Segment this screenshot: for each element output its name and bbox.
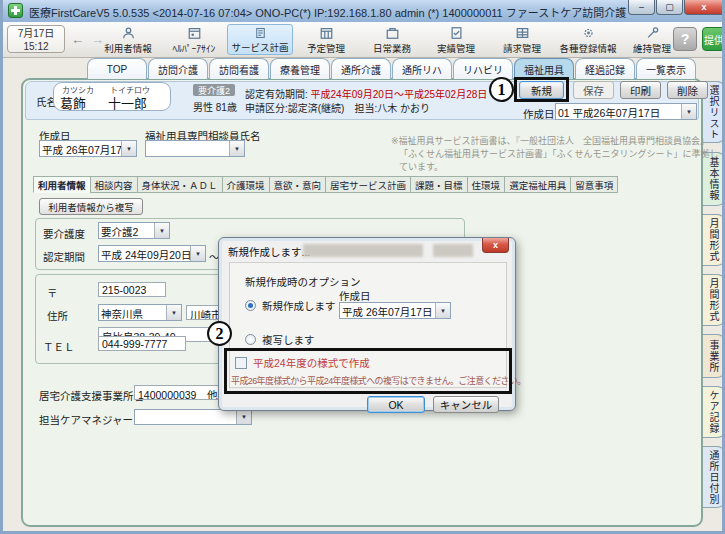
daily-work-icon <box>385 26 400 40</box>
cert-period-label: 認定有効期間: <box>245 89 308 100</box>
app-icon <box>8 3 23 18</box>
side-tab-care-kiroku[interactable]: ケア記録 <box>701 386 725 438</box>
toolbar-item-service-plan[interactable]: サービス計画 <box>227 24 293 55</box>
subtab-kadai-mokuhyo[interactable]: 課題・目標 <box>410 176 468 193</box>
prefecture-select[interactable]: 神奈川県 <box>98 304 182 321</box>
cancel-button[interactable]: キャンセル <box>433 396 499 413</box>
care-manager-select[interactable] <box>134 409 252 425</box>
subtab-sentei-yogu[interactable]: 選定福祉用具 <box>504 176 571 193</box>
ok-button[interactable]: OK <box>367 396 425 413</box>
subtab-sodan-naiyo[interactable]: 相談内容 <box>90 176 138 193</box>
subtab-shintai-adl[interactable]: 身体状況・ＡＤＬ <box>137 176 223 193</box>
annotation-rect-new-button <box>514 77 569 102</box>
copy-from-user-info-button[interactable]: 利用者情報から複写 <box>39 198 143 215</box>
plan-date-select[interactable]: 01 平成26年07月17日 <box>555 103 697 120</box>
new-creation-dialog: 新規作成します... x 新規作成時のオプション 新規作成します 作成日 平成 … <box>218 237 516 411</box>
patient-name-box[interactable]: カツシカ トイチロウ 葛飾 十一郎 <box>53 82 171 111</box>
radio-create-new[interactable]: 新規作成します <box>245 298 336 313</box>
datetime-box: 7月17日 15:12 <box>7 25 65 53</box>
annotation-circle-2: 2 <box>207 321 232 346</box>
plan-date-label: 作成日 <box>523 106 555 121</box>
tel-label: ＴＥＬ <box>43 339 75 354</box>
schedule-icon <box>319 26 334 40</box>
consultant-select[interactable] <box>145 140 245 157</box>
tel-input[interactable]: 044-999-7777 <box>98 336 186 351</box>
patient-last-name: 葛飾 <box>60 93 86 112</box>
subtab-iyoku-iko[interactable]: 意欲・意向 <box>269 176 327 193</box>
title-bar: 医療FirstCareV5 5.0.535 <2014-07-16 07:04>… <box>3 0 725 23</box>
save-button[interactable]: 保存 <box>573 81 614 99</box>
patient-gender-age: 男性 81歳 <box>193 99 237 114</box>
application-staff-line: 申請区分:認定済(継続) 担当:八木 かおり <box>245 100 430 115</box>
chevron-down-icon <box>154 223 169 238</box>
create-date-select[interactable]: 平成 26年07月17日 <box>39 140 137 157</box>
side-tab-gekkan-keishiki-1[interactable]: 月間形式 <box>701 214 725 266</box>
toolbar-item-billing[interactable]: 請求管理 <box>489 24 555 55</box>
delete-button[interactable]: 削除 <box>667 81 708 99</box>
compliance-note: ※福祉用具サービス計画書は、『一般社団法人 全国福祉用具専門相談員協会』 「ふく… <box>391 135 722 174</box>
cert-period-form-label: 認定期間 <box>43 249 85 264</box>
tab-tsusho-kaigo[interactable]: 通所介護 <box>331 58 391 79</box>
tab-fukushi-yogu[interactable]: 福祉用具 <box>514 58 574 79</box>
radio-unselected-icon <box>245 334 256 345</box>
main-toolbar: 7月17日 15:12 ← → 利用者情報 ﾍﾙﾊﾟｰｱｻｲﾝ サービス計画 予… <box>3 22 725 58</box>
toolbar-item-results[interactable]: 実績管理 <box>423 24 489 55</box>
chevron-down-icon <box>166 305 181 320</box>
service-plan-icon <box>253 27 268 39</box>
tab-keika-kiroku[interactable]: 経過記録 <box>575 58 635 79</box>
dialog-title-bar: 新規作成します... <box>223 242 513 260</box>
maximize-button[interactable]: ▢ <box>656 0 683 15</box>
tab-tsusho-riha[interactable]: 通所リハ <box>392 58 452 79</box>
print-button[interactable]: 印刷 <box>620 81 661 99</box>
provide-button[interactable]: 提供 <box>702 27 725 51</box>
tab-houmon-kaigo[interactable]: 訪問介護 <box>148 58 208 79</box>
subtab-riyosha-joho[interactable]: 利用者情報 <box>33 176 91 193</box>
zip-input[interactable]: 215-0023 <box>98 282 166 297</box>
toolbar-item-schedule[interactable]: 予定管理 <box>293 24 359 55</box>
chevron-down-icon <box>435 303 450 318</box>
help-button[interactable]: ? <box>673 27 697 51</box>
chevron-down-icon <box>236 410 251 424</box>
tab-ichiran[interactable]: 一覧表示 <box>636 58 696 79</box>
dialog-close-icon[interactable]: x <box>482 238 509 253</box>
side-tab-jigyosho[interactable]: 事業所 <box>701 334 725 378</box>
chevron-down-icon <box>681 104 696 119</box>
chevron-down-icon <box>229 141 244 156</box>
toolbar-item-daily-work[interactable]: 日常業務 <box>359 24 425 55</box>
cert-from-select[interactable]: 平成 24年09月20日 <box>98 245 206 262</box>
annotation-circle-1: 1 <box>489 77 514 102</box>
minimize-button[interactable]: – <box>628 0 655 15</box>
toolbar-item-user-info[interactable]: 利用者情報 <box>95 24 161 55</box>
back-arrow-icon[interactable]: ← <box>71 32 84 47</box>
registration-gear-icon <box>581 26 596 40</box>
side-tab-tsusho-hizuke[interactable]: 通所日付別 <box>701 446 725 508</box>
subtab-ryui-jiko[interactable]: 留意事項 <box>570 176 618 193</box>
tab-top[interactable]: TOP <box>87 58 147 79</box>
subtab-bar: 利用者情報 相談内容 身体状況・ＡＤＬ 介護環境 意欲・意向 居宅サービス計画 … <box>33 176 617 193</box>
cert-period-line: 認定有効期間: 平成24年09月20日～平成25年02月28日 <box>245 86 487 101</box>
close-button[interactable]: x <box>684 0 724 15</box>
dialog-date-label: 作成日 <box>339 288 371 303</box>
current-date: 7月17日 <box>8 27 64 40</box>
tab-ryoyo-kanri[interactable]: 療養管理 <box>270 58 330 79</box>
window-title: 医療FirstCareV5 5.0.535 <2014-07-16 07:04>… <box>29 4 626 20</box>
dialog-date-select[interactable]: 平成 26年07月17日 <box>339 302 451 319</box>
dialog-title: 新規作成します... <box>228 244 310 259</box>
care-manager-label: 担当ケアマネジャー <box>39 412 133 427</box>
subtab-jukankyo[interactable]: 住環境 <box>467 176 506 193</box>
subtab-kyotaku-plan[interactable]: 居宅サービス計画 <box>325 176 411 193</box>
tab-houmon-kango[interactable]: 訪問看護 <box>209 58 269 79</box>
subtab-kaigo-kankyo[interactable]: 介護環境 <box>222 176 270 193</box>
patient-first-name: 十一郎 <box>108 93 147 112</box>
care-level-select[interactable]: 要介護2 <box>98 222 170 239</box>
user-icon <box>121 26 136 40</box>
radio-copy[interactable]: 複写します <box>245 332 315 347</box>
toolbar-item-registration[interactable]: 各種登録情報 <box>555 24 621 55</box>
care-level-label: 要介護度 <box>43 226 85 241</box>
current-time: 15:12 <box>8 40 64 53</box>
app-window: 医療FirstCareV5 5.0.535 <2014-07-16 07:04>… <box>0 0 725 534</box>
tab-rihabiri[interactable]: リハビリ <box>453 58 513 79</box>
side-tab-gekkan-keishiki-2[interactable]: 月間形式 <box>701 274 725 326</box>
toolbar-item-helper-assign[interactable]: ﾍﾙﾊﾟｰｱｻｲﾝ <box>161 24 227 55</box>
billing-icon <box>515 26 530 40</box>
